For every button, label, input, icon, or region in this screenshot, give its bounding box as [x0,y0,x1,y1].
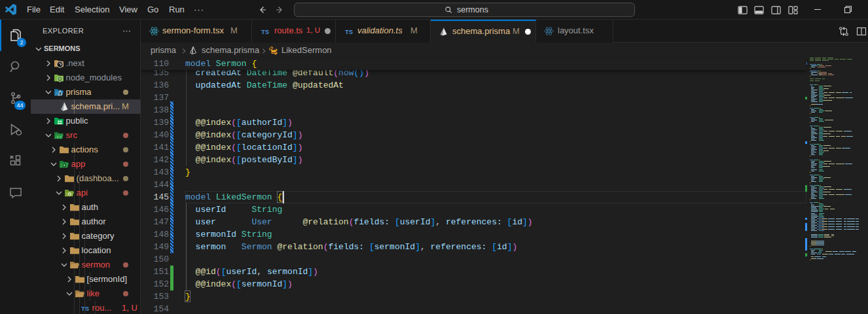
svg-text:TS: TS [345,28,353,35]
svg-text:TS: TS [261,28,269,35]
svg-text:TS: TS [81,305,89,312]
